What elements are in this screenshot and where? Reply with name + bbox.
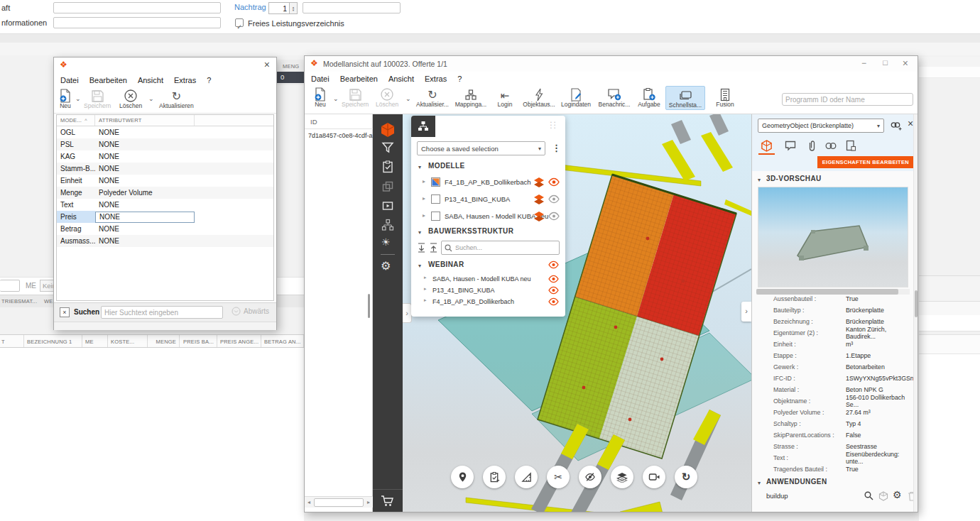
layers-icon[interactable] [533, 177, 545, 187]
settings-gear-icon[interactable]: ⚙ [893, 489, 902, 500]
maximize-button[interactable]: □ [883, 58, 888, 67]
caret-down-icon[interactable]: ▾ [758, 480, 761, 486]
hide-button[interactable] [579, 466, 601, 488]
application-row[interactable]: buildup ⚙ [752, 489, 918, 503]
form-input-3[interactable] [303, 2, 401, 13]
property-row[interactable]: Polyeder Volume :27.64 m³ [752, 407, 918, 418]
save-button[interactable]: Speichern [84, 88, 111, 109]
spin-down-icon[interactable]: ▾ [293, 9, 295, 11]
property-row[interactable]: Aussenbauteil :True [752, 293, 918, 305]
checkbox-partial[interactable] [431, 177, 440, 187]
eye-icon[interactable] [548, 177, 560, 187]
horizontal-scrollbar[interactable]: ◂ ▸ [305, 496, 373, 508]
table-row[interactable]: TextNONE [57, 199, 273, 211]
caret-right-icon[interactable]: ▸ [424, 297, 427, 303]
bauwerk-section-header[interactable]: BAUWERKSSTRUKTUR [428, 227, 513, 235]
property-row[interactable]: Etappe :1.Etappe [752, 350, 918, 361]
brightness-icon[interactable]: ☀ [381, 236, 391, 248]
layers-button[interactable] [611, 466, 633, 488]
down-button[interactable]: Abwärts [232, 307, 269, 316]
menu-extras[interactable]: Extras [425, 75, 447, 83]
eye-icon[interactable] [548, 275, 559, 283]
new-button[interactable]: Neu [58, 88, 72, 109]
tree-item-model[interactable]: ▸ SABA, Hausen - Modell KUBA neu [411, 208, 565, 225]
search-magnifier-icon[interactable] [864, 491, 873, 500]
nachtrag-spinner[interactable]: 1 [268, 2, 290, 14]
menu-help[interactable]: ? [207, 76, 211, 84]
scrollbar-thumb[interactable] [314, 498, 364, 507]
table-row[interactable]: KAGNONE [57, 150, 273, 163]
shopping-cart-icon[interactable] [381, 495, 395, 508]
spinner-buttons[interactable]: ▴ ▾ [290, 2, 298, 14]
nachtrag-link[interactable]: Nachtrag [234, 3, 266, 11]
caret-right-icon[interactable]: ▸ [423, 195, 425, 202]
model-cube-icon-active[interactable] [379, 121, 396, 138]
kebab-menu-icon[interactable]: ⋮ [552, 143, 561, 153]
eye-icon-disabled[interactable] [548, 212, 560, 221]
checklist-icon[interactable] [381, 160, 394, 173]
property-row[interactable]: Bauteiltyp :Brückenplatte [752, 305, 918, 316]
scroll-right-icon[interactable]: ▸ [364, 499, 373, 505]
menu-bearbeiten[interactable]: Bearbeiten [89, 76, 127, 84]
close-panel-icon[interactable]: × [908, 118, 913, 129]
caret-right-icon[interactable]: ▸ [423, 212, 425, 219]
column-header-attributwert[interactable]: ATTRIBUTWERT [95, 115, 195, 126]
menu-bearbeiten[interactable]: Bearbeiten [340, 75, 378, 83]
tree-item-structure[interactable]: ▸ P13_41_BING_KUBA [411, 285, 565, 296]
tree-search-input[interactable]: Suchen... [441, 241, 560, 255]
layers-icon[interactable] [533, 194, 545, 204]
menu-ansicht[interactable]: Ansicht [138, 76, 163, 84]
modelle-section-header[interactable]: MODELLE [428, 162, 465, 170]
column-header[interactable]: PREIS ANGE... [220, 339, 258, 345]
table-row[interactable]: Stamm-B...NONE [57, 163, 273, 175]
property-row[interactable]: SkipParentLocations :False [752, 429, 918, 441]
chevron-down-icon[interactable]: ⌄ [148, 96, 154, 102]
property-row[interactable]: IFC-ID :1SWyYXNg55vPkt3GSnd... [752, 373, 918, 384]
property-row[interactable]: Eigentümer (2) :Kanton Zürich, Baudirek.… [752, 327, 918, 339]
cube-icon-disabled[interactable] [878, 491, 888, 501]
minimize-button[interactable]: − [861, 58, 866, 68]
tree-item-structure[interactable]: ▸ SABA, Hausen - Modell KUBA neu [411, 273, 565, 285]
tree-tab[interactable] [411, 116, 435, 137]
program-search-input[interactable]: Programm ID oder Name [782, 93, 913, 106]
quickstart-button-selected[interactable]: Schnellsta... [665, 86, 705, 110]
copy-icon[interactable] [381, 180, 394, 193]
caret-down-icon[interactable]: ▾ [418, 164, 421, 170]
refresh-button[interactable]: ↻ Aktualisieren [159, 88, 194, 109]
notification-button[interactable]: Benachric... [596, 87, 633, 108]
structure-label[interactable]: F4_1B_AP_KB_Dollikerbach [432, 298, 514, 305]
id-value[interactable]: 7d1a8457-c0e8-4cdf-a... [308, 132, 378, 139]
eye-icon[interactable] [548, 286, 559, 295]
structure-label[interactable]: SABA, Hausen - Modell KUBA neu [432, 275, 531, 283]
preview-3d-thumbnail[interactable] [758, 187, 908, 287]
close-icon[interactable]: × [264, 59, 270, 70]
viewport-3d[interactable]: › › • • • • • • Choose a saved selection… [403, 114, 751, 512]
close-button[interactable]: × [903, 57, 908, 69]
delete-button[interactable]: Löschen [376, 87, 398, 108]
column-header-mode[interactable]: MODE... ^ [57, 115, 95, 126]
table-row[interactable]: PSLNONE [57, 138, 273, 150]
object-exchange-button[interactable]: Objektaus... [521, 87, 557, 108]
delete-button[interactable]: Löschen [119, 88, 142, 109]
saved-selection-dropdown[interactable]: Choose a saved selection ▾ [417, 141, 545, 155]
layers-icon[interactable] [533, 212, 545, 221]
table-row[interactable]: EinheitNONE [57, 175, 273, 187]
table-row[interactable]: OGLNONE [57, 126, 273, 138]
window-play-icon[interactable] [381, 199, 394, 212]
column-header[interactable]: ME [85, 339, 94, 345]
webinar-section-header[interactable]: WEBINAR [428, 260, 464, 268]
filter-funnel-icon[interactable] [381, 141, 394, 154]
caret-down-icon[interactable]: ▾ [418, 229, 421, 236]
column-header[interactable]: BEZEICHNUNG 1 [27, 339, 72, 345]
caret-right-icon[interactable]: ▸ [424, 275, 427, 280]
props-vscrollbar[interactable] [913, 114, 918, 512]
menu-ansicht[interactable]: Ansicht [388, 75, 414, 83]
refresh-button[interactable]: ↻ Aktualisier... [414, 87, 451, 108]
tab-geometry-cube-icon[interactable] [761, 140, 773, 152]
window-titlebar[interactable]: ❖ Modellansicht auf 100023. Offerte 1/1 … [305, 56, 918, 72]
search-input[interactable]: Hier Suchtext eingeben [101, 306, 223, 319]
column-header[interactable]: MENGE [149, 339, 176, 345]
link-add-icon[interactable] [890, 121, 903, 131]
tab-document-badge-icon[interactable] [846, 140, 856, 152]
props-vscrollbar-thumb[interactable] [915, 290, 918, 317]
